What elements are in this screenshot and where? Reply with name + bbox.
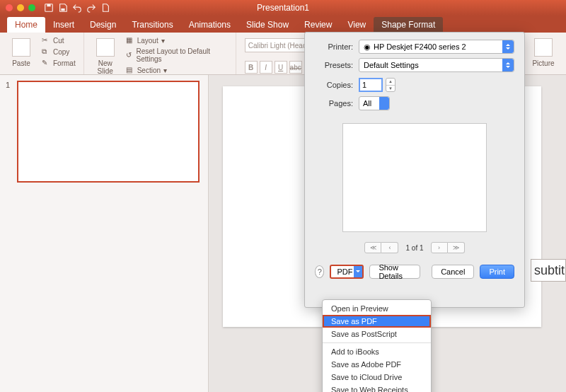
save-icon[interactable] [58,3,68,13]
pdf-dropdown-button[interactable]: PDF [330,265,364,279]
new-slide-button[interactable]: New Slide [90,35,121,75]
copies-label: Copies: [315,81,353,89]
italic-button[interactable]: I [260,61,272,74]
copy-button[interactable]: ⧉Copy [40,47,78,57]
chevron-updown-icon [379,97,389,110]
svg-rect-2 [61,8,64,11]
cut-button[interactable]: ✂Cut [40,35,78,45]
tab-home[interactable]: Home [7,17,45,33]
new-slide-label: New Slide [98,59,113,75]
underline-button[interactable]: U [275,61,287,74]
format-label: Format [53,59,76,67]
show-details-button[interactable]: Show Details [369,265,420,279]
tab-animations[interactable]: Animations [181,17,238,33]
scissors-icon: ✂ [42,36,50,45]
clipboard-group: Paste ✂Cut ⧉Copy ✎Format [0,33,84,74]
format-painter-button[interactable]: ✎Format [40,58,78,68]
print-button[interactable]: Print [480,265,514,279]
print-preview [342,123,487,232]
tab-design[interactable]: Design [82,17,124,33]
window-controls [6,4,35,11]
first-page-button[interactable]: ≪ [364,242,381,253]
document-title: Presentation1 [257,3,309,13]
strike-button[interactable]: abc [289,61,302,74]
svg-rect-1 [47,4,50,7]
tab-view[interactable]: View [340,17,374,33]
picture-icon [534,38,553,57]
help-button[interactable]: ? [315,265,324,278]
reset-icon: ↺ [126,51,134,59]
cut-label: Cut [53,37,64,45]
new-file-icon[interactable] [100,3,110,13]
tab-shape-format[interactable]: Shape Format [374,17,443,33]
picture-label: Picture [532,59,554,67]
paste-icon [12,38,30,57]
minimize-window-button[interactable] [17,4,24,11]
ribbon-tabs: Home Insert Design Transitions Animation… [0,16,566,33]
pdf-label: PDF [337,267,352,276]
redo-icon[interactable] [86,3,96,13]
tab-review[interactable]: Review [296,17,340,33]
menu-save-as-postscript[interactable]: Save as PostScript [323,328,431,340]
printer-label: Printer: [315,42,353,51]
bold-button[interactable]: B [245,61,258,74]
autosave-icon[interactable] [44,3,54,13]
brush-icon: ✎ [42,59,50,67]
tab-slideshow[interactable]: Slide Show [238,17,296,33]
tab-insert[interactable]: Insert [45,17,82,33]
subtitle-placeholder[interactable]: subtit [531,259,566,282]
last-page-button[interactable]: ≫ [448,242,465,253]
menu-open-preview[interactable]: Open in Preview [323,302,431,315]
next-page-button[interactable]: › [431,242,448,253]
printer-status-icon: ◉ [364,42,371,52]
reset-label: Reset Layout to Default Settings [136,47,227,63]
section-label: Section [137,67,161,74]
layout-label: Layout [137,37,158,45]
slide-thumbnail-1[interactable] [17,81,200,183]
picture-button[interactable]: Picture [528,35,559,67]
pages-select[interactable]: All [359,96,390,110]
section-icon: ▤ [126,66,134,74]
slide-number: 1 [6,81,10,89]
printer-select[interactable]: ◉ HP Deskjet F2400 series 2 [359,40,514,54]
chevron-updown-icon [502,40,514,53]
presets-label: Presets: [315,61,353,69]
slides-group: New Slide ▦Layout ▾ ↺Reset Layout to Def… [84,33,236,74]
zoom-window-button[interactable] [28,4,35,11]
layout-button[interactable]: ▦Layout ▾ [124,35,230,45]
copies-input[interactable] [359,78,383,92]
menu-save-adobe-pdf[interactable]: Save as Adobe PDF [323,358,431,371]
cancel-button[interactable]: Cancel [432,265,474,279]
close-window-button[interactable] [6,4,13,11]
window-titlebar: Presentation1 [0,0,566,16]
menu-separator [323,342,431,343]
chevron-updown-icon [502,59,514,71]
slide-thumbnails-panel[interactable]: 1 [0,75,209,392]
reset-layout-button[interactable]: ↺Reset Layout to Default Settings [124,47,230,64]
copy-icon: ⧉ [42,47,50,56]
print-dialog: Printer: ◉ HP Deskjet F2400 series 2 Pre… [304,32,525,308]
pages-value: All [363,99,371,108]
tab-transitions[interactable]: Transitions [124,17,180,33]
quick-access-toolbar [44,3,110,13]
pdf-menu: Open in Preview Save as PDF Save as Post… [322,299,432,392]
layout-icon: ▦ [126,36,134,45]
new-slide-icon [96,38,115,57]
pages-label: Pages: [315,99,353,108]
prev-page-button[interactable]: ‹ [381,242,398,253]
pager: ≪ ‹ 1 of 1 › ≫ [315,242,514,253]
paste-label: Paste [12,59,30,67]
section-button[interactable]: ▤Section ▾ [124,65,230,75]
menu-save-as-pdf[interactable]: Save as PDF [323,315,431,328]
page-indicator: 1 of 1 [405,244,423,252]
copies-stepper[interactable]: ▲▼ [386,78,395,92]
presets-value: Default Settings [364,61,419,69]
paste-button[interactable]: Paste [6,35,37,67]
presets-select[interactable]: Default Settings [359,58,514,72]
printer-value: HP Deskjet F2400 series 2 [374,42,466,51]
menu-save-icloud[interactable]: Save to iCloud Drive [323,371,431,384]
menu-add-ibooks[interactable]: Add to iBooks [323,345,431,358]
undo-icon[interactable] [72,3,82,13]
menu-save-web-receipts[interactable]: Save to Web Receipts [323,384,431,392]
copy-label: Copy [53,48,69,56]
